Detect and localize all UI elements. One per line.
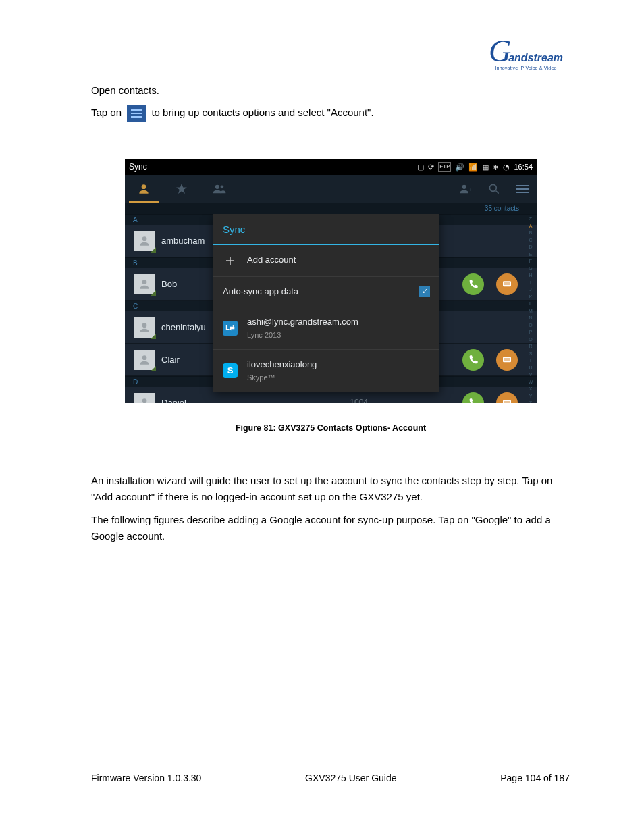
call-button[interactable] bbox=[462, 349, 484, 371]
svg-point-7 bbox=[142, 236, 147, 241]
add-person-icon: + bbox=[458, 183, 473, 195]
alpha-letter[interactable]: K bbox=[526, 294, 535, 301]
svg-point-17 bbox=[142, 398, 147, 403]
alpha-letter[interactable]: X bbox=[526, 386, 535, 393]
search-icon bbox=[487, 182, 501, 196]
alpha-letter[interactable]: S bbox=[526, 350, 535, 358]
menu-button[interactable] bbox=[508, 175, 537, 203]
alpha-letter[interactable]: L bbox=[526, 301, 535, 308]
footer-page: Page 104 of 187 bbox=[500, 773, 570, 783]
avatar bbox=[134, 274, 155, 294]
alpha-letter[interactable]: I bbox=[526, 280, 535, 287]
menu-icon bbox=[127, 105, 146, 122]
svg-point-2 bbox=[221, 186, 224, 189]
autosync-item[interactable]: Auto-sync app data ✓ bbox=[213, 277, 439, 307]
alpha-letter[interactable]: Z bbox=[526, 400, 535, 403]
statusbar-title: Sync bbox=[129, 161, 417, 174]
group-icon bbox=[212, 182, 227, 196]
svg-rect-9 bbox=[503, 281, 511, 286]
intro-line-2b: to bring up contacts options and select … bbox=[151, 107, 373, 118]
alpha-letter[interactable]: U bbox=[526, 365, 535, 372]
alpha-letter[interactable]: F bbox=[526, 258, 535, 265]
account-provider: Lync 2013 bbox=[247, 330, 430, 341]
brand-name: andstream bbox=[508, 52, 563, 63]
footer-title: GXV3275 User Guide bbox=[305, 773, 396, 783]
intro-line-1: Open contacts. bbox=[91, 82, 570, 98]
svg-text:+: + bbox=[469, 187, 473, 193]
statusbar-time: 16:54 bbox=[514, 161, 533, 173]
screenshot: Sync ▢ ⟳ FTP 🔊 📶 ▦ ∗ ◔ 16:54 bbox=[125, 159, 537, 403]
ftp-icon: FTP bbox=[438, 162, 451, 172]
message-icon bbox=[502, 398, 512, 404]
intro-line-2a: Tap on bbox=[91, 107, 124, 118]
contact-number: 1004 bbox=[350, 396, 368, 403]
lync-icon: L⇄ bbox=[223, 321, 238, 336]
svg-point-12 bbox=[142, 323, 147, 328]
phone-icon bbox=[468, 355, 479, 365]
skype-icon: S bbox=[223, 363, 238, 378]
account-item-skype[interactable]: S ilovechenxiaolong Skype™ bbox=[213, 350, 439, 392]
avatar bbox=[134, 317, 155, 338]
alpha-index[interactable]: #ABCDEFGHIJKLMNOPQRSTUVWXYZ bbox=[526, 214, 535, 403]
statusbar-icons: ▢ ⟳ FTP 🔊 📶 ▦ ∗ ◔ 16:54 bbox=[417, 161, 533, 173]
alpha-letter[interactable]: # bbox=[526, 215, 535, 223]
alpha-letter[interactable]: T bbox=[526, 357, 535, 365]
tab-contacts[interactable] bbox=[125, 175, 163, 203]
popup-title: Sync bbox=[213, 214, 439, 244]
volume-icon: 🔊 bbox=[455, 161, 464, 173]
avatar bbox=[134, 393, 155, 404]
alpha-letter[interactable]: Y bbox=[526, 393, 535, 400]
account-item-lync[interactable]: L⇄ ashi@lync.grandstream.com Lync 2013 bbox=[213, 307, 439, 350]
add-contact-button[interactable]: + bbox=[452, 175, 480, 203]
phone-icon bbox=[468, 398, 479, 404]
alpha-letter[interactable]: O bbox=[526, 322, 535, 330]
sync-icon: ⟳ bbox=[428, 161, 434, 173]
alpha-letter[interactable]: C bbox=[526, 237, 535, 244]
body-paragraph-1: An installation wizard will guide the us… bbox=[91, 473, 570, 505]
status-bar: Sync ▢ ⟳ FTP 🔊 📶 ▦ ∗ ◔ 16:54 bbox=[125, 159, 537, 175]
alpha-letter[interactable]: P bbox=[526, 329, 535, 336]
alpha-letter[interactable]: J bbox=[526, 286, 535, 294]
alpha-letter[interactable]: A bbox=[526, 223, 535, 230]
message-button[interactable] bbox=[496, 273, 518, 295]
alpha-letter[interactable]: D bbox=[526, 244, 535, 251]
svg-point-0 bbox=[142, 185, 146, 190]
body-paragraph-2: The following figures describe adding a … bbox=[91, 512, 570, 544]
message-button[interactable] bbox=[496, 392, 518, 404]
contact-name: Daniel bbox=[161, 396, 350, 404]
add-account-label: Add account bbox=[247, 253, 430, 267]
figure-caption: Figure 81: GXV3275 Contacts Options- Acc… bbox=[91, 422, 570, 435]
alpha-letter[interactable]: R bbox=[526, 343, 535, 350]
avatar bbox=[134, 350, 155, 370]
alpha-letter[interactable]: M bbox=[526, 308, 535, 315]
alpha-letter[interactable]: Q bbox=[526, 336, 535, 344]
avatar bbox=[134, 231, 155, 251]
phone-icon bbox=[468, 279, 479, 290]
message-icon bbox=[502, 279, 512, 290]
call-button[interactable] bbox=[462, 392, 484, 404]
autosync-label: Auto-sync app data bbox=[223, 285, 410, 298]
svg-point-13 bbox=[142, 355, 147, 360]
alpha-letter[interactable]: G bbox=[526, 265, 535, 273]
contacts-list: A ambucham B Bob bbox=[125, 214, 537, 403]
alpha-letter[interactable]: V bbox=[526, 371, 535, 379]
alpha-letter[interactable]: E bbox=[526, 251, 535, 259]
tab-groups[interactable] bbox=[200, 175, 238, 203]
alpha-letter[interactable]: N bbox=[526, 315, 535, 322]
page-footer: Firmware Version 1.0.3.30 GXV3275 User G… bbox=[91, 773, 570, 783]
plus-icon bbox=[223, 253, 238, 268]
checkbox-checked-icon[interactable]: ✓ bbox=[419, 286, 430, 297]
signal-icon: ▦ bbox=[482, 161, 489, 173]
svg-point-3 bbox=[462, 185, 466, 189]
alpha-letter[interactable]: H bbox=[526, 272, 535, 280]
search-button[interactable] bbox=[480, 175, 508, 203]
add-account-item[interactable]: Add account bbox=[213, 245, 439, 277]
svg-point-5 bbox=[489, 185, 496, 192]
alpha-letter[interactable]: W bbox=[526, 379, 535, 386]
call-button[interactable] bbox=[462, 273, 484, 295]
star-icon bbox=[175, 182, 188, 196]
tab-favorites[interactable] bbox=[163, 175, 200, 203]
alpha-letter[interactable]: B bbox=[526, 230, 535, 237]
picture-icon: ▢ bbox=[417, 161, 424, 173]
message-button[interactable] bbox=[496, 349, 518, 371]
